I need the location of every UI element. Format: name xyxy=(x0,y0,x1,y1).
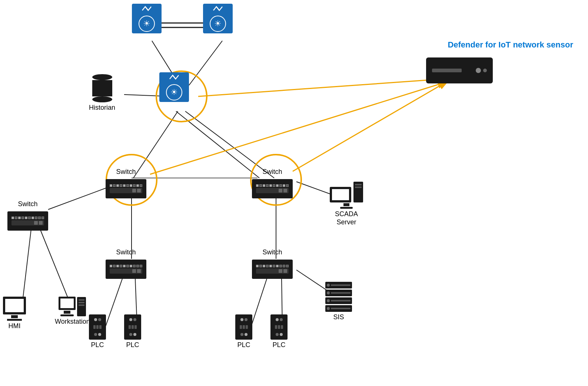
sis-icon xyxy=(325,282,352,312)
scada-base xyxy=(340,207,353,209)
defender-label: Defender for IoT network sensor xyxy=(448,40,573,50)
switch-bl-bottom xyxy=(110,268,142,274)
db-body xyxy=(92,80,112,96)
plc-bl2-icon xyxy=(124,314,141,340)
svg-line-21 xyxy=(198,79,448,96)
core-switch-icon: ☀ xyxy=(159,72,189,102)
switch-fl-bottom xyxy=(11,220,44,225)
historian-icon xyxy=(92,74,112,102)
router1-node: ☀ xyxy=(132,4,162,33)
workstation-label: Workstation xyxy=(55,318,90,326)
switch-right-label: Switch xyxy=(262,168,282,176)
hmi-label: HMI xyxy=(9,322,21,330)
arrows-icon2 xyxy=(213,5,223,12)
switch-left-label: Switch xyxy=(116,168,136,176)
switch-fl-ports xyxy=(11,217,44,219)
ws-tower xyxy=(77,297,86,316)
hmi-stand xyxy=(11,315,18,318)
plc-bl1-label: PLC xyxy=(91,341,104,349)
db-top xyxy=(92,74,112,80)
switch-bl-icon xyxy=(106,260,146,279)
plc-br1-label: PLC xyxy=(237,341,250,349)
scada-icon xyxy=(330,182,363,209)
switch-far-left-node: Switch xyxy=(7,200,48,231)
db-bottom xyxy=(92,96,112,102)
switch-right-bottom xyxy=(256,188,289,193)
sis-node: SIS xyxy=(325,282,352,321)
sun-icon2: ☀ xyxy=(210,16,226,32)
scada-monitor xyxy=(330,187,351,202)
scada-node: SCADAServer xyxy=(330,182,363,226)
plc-br2-icon xyxy=(270,314,288,340)
core-arrows-icon xyxy=(169,74,179,80)
plc-br2-node: PLC xyxy=(270,314,288,349)
historian-node: Historian xyxy=(89,74,115,112)
svg-line-10 xyxy=(48,185,113,210)
svg-line-8 xyxy=(176,111,259,178)
switch-far-left-label: Switch xyxy=(18,200,37,208)
historian-label: Historian xyxy=(89,104,115,112)
sensor-led xyxy=(476,68,481,73)
sun-icon: ☀ xyxy=(139,16,155,32)
arrows-icon xyxy=(142,5,152,12)
ws-slot3 xyxy=(79,304,84,306)
switch-far-left-icon xyxy=(7,211,48,231)
svg-line-18 xyxy=(251,279,267,326)
core-sun-icon: ☀ xyxy=(166,84,182,100)
ws-base xyxy=(60,314,74,316)
workstation-icon xyxy=(59,297,86,316)
plc-bl1-icon xyxy=(89,314,106,340)
switch-br-bottom xyxy=(256,268,289,274)
switch-br-ports xyxy=(256,265,289,267)
hmi-icon xyxy=(3,297,26,321)
scada-screen xyxy=(332,189,349,200)
network-diagram: Defender for IoT network sensor ☀ xyxy=(0,0,588,386)
plc-br1-icon xyxy=(235,314,252,340)
switch-right-ports xyxy=(256,184,289,187)
router1-icon: ☀ xyxy=(132,4,162,33)
ws-slot1 xyxy=(79,299,84,301)
iot-sensor-node xyxy=(426,57,493,83)
switch-left-icon xyxy=(106,179,146,198)
switch-left-node: Switch xyxy=(106,168,146,198)
ws-monitor xyxy=(59,297,76,310)
switch-bottom-right-node: Switch xyxy=(252,248,293,279)
iot-sensor-icon xyxy=(426,57,493,83)
ws-screen xyxy=(60,298,74,308)
ws-stand xyxy=(64,311,70,314)
hmi-monitor xyxy=(3,297,26,314)
switch-bottom-left-node: Switch xyxy=(106,248,146,279)
svg-line-4 xyxy=(189,41,222,85)
plc-bl2-node: PLC xyxy=(124,314,141,349)
workstation-node: Workstation xyxy=(55,297,90,326)
switch-right-node: Switch xyxy=(252,168,293,198)
core-switch-node: ☀ xyxy=(159,72,189,102)
hmi-screen xyxy=(5,299,24,312)
hmi-node: HMI xyxy=(3,297,26,330)
switch-right-icon xyxy=(252,179,293,198)
switch-bl-label: Switch xyxy=(116,248,136,257)
plc-bl1-node: PLC xyxy=(89,314,106,349)
plc-br1-node: PLC xyxy=(235,314,252,349)
sis-label: SIS xyxy=(333,313,344,321)
plc-bl2-label: PLC xyxy=(126,341,139,349)
svg-line-11 xyxy=(22,226,31,304)
switch-bottom xyxy=(110,188,142,193)
scada-label: SCADAServer xyxy=(335,210,358,226)
switch-br-icon xyxy=(252,260,293,279)
router2-node: ☀ xyxy=(203,4,233,33)
switch-ports-row xyxy=(110,184,142,187)
svg-line-23 xyxy=(293,81,448,171)
svg-line-12 xyxy=(39,226,70,304)
switch-bl-ports xyxy=(110,265,142,267)
svg-line-14 xyxy=(106,279,122,326)
scada-stand xyxy=(343,203,349,206)
plc-br2-label: PLC xyxy=(272,341,285,349)
switch-br-label: Switch xyxy=(262,248,282,257)
sensor-slot xyxy=(432,69,462,72)
scada-tower xyxy=(353,182,363,202)
svg-line-22 xyxy=(150,82,448,174)
connections-layer xyxy=(0,0,588,386)
router2-icon: ☀ xyxy=(203,4,233,33)
hmi-base xyxy=(7,319,22,321)
